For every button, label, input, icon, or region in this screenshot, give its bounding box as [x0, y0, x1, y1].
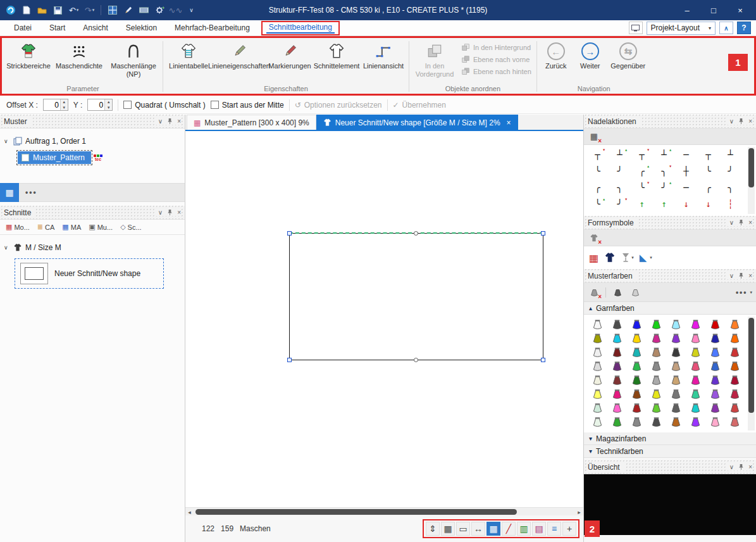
goblet-tool-icon[interactable]: ▾	[621, 253, 634, 263]
yarn-color-swatch[interactable]	[705, 345, 725, 359]
technikfarben-section-header[interactable]: ▾ Technikfarben	[584, 445, 756, 458]
needle-action-icon[interactable]: ↑	[631, 196, 653, 212]
yarn-color-swatch[interactable]	[725, 317, 745, 331]
yarn-color-swatch[interactable]	[588, 415, 607, 429]
close-icon[interactable]: ×	[177, 118, 181, 125]
yarn-color-swatch[interactable]	[666, 387, 686, 401]
help-button[interactable]: ?	[737, 22, 751, 34]
yarn-color-swatch[interactable]	[666, 331, 686, 345]
yarn-color-swatch[interactable]	[607, 387, 627, 401]
yarn-color-swatch[interactable]	[627, 415, 647, 429]
chevron-down-icon[interactable]: ∨	[729, 272, 734, 279]
needle-action-icon[interactable]: ┆	[719, 196, 741, 212]
tab-neuer-schnitt[interactable]: Neuer Schnitt/New shape [Größe M / Size …	[316, 115, 518, 130]
scrollbar-thumb[interactable]	[748, 148, 754, 187]
yarn-color-swatch[interactable]	[666, 415, 686, 429]
needle-action-icon[interactable]: ↑	[653, 196, 675, 212]
yarn-color-swatch[interactable]	[588, 387, 607, 401]
hintergrund-button[interactable]: In den Hintergrund	[461, 43, 531, 52]
schnittelement-button[interactable]: Schnittelement	[314, 41, 359, 72]
yarn-color-swatch[interactable]	[627, 387, 647, 401]
tab-ca[interactable]: ≣CA	[34, 222, 58, 232]
quadrat-checkbox-row[interactable]: Quadrat ( Umschalt )	[123, 101, 205, 110]
open-folder-icon[interactable]	[35, 3, 49, 18]
yarn-color-swatch[interactable]	[588, 373, 607, 387]
needle-action-icon[interactable]: ↓	[675, 196, 697, 212]
yarn-color-swatch[interactable]	[725, 401, 745, 415]
needle-action-icon[interactable]: ╮▾	[653, 163, 675, 179]
yarn-color-swatch[interactable]	[627, 373, 647, 387]
shape-shirt-navy-icon[interactable]	[604, 252, 616, 263]
yarn-color-swatch[interactable]	[666, 317, 686, 331]
yarn-color-swatch[interactable]	[588, 345, 607, 359]
close-icon[interactable]: ×	[748, 272, 752, 279]
new-file-icon[interactable]	[19, 3, 34, 18]
horizontal-scrollbar[interactable]: ◂ ▸	[185, 507, 583, 515]
yarn-color-swatch[interactable]	[666, 401, 686, 415]
handle-top-middle[interactable]	[414, 231, 418, 236]
spinner-down-icon[interactable]: ▼	[61, 105, 68, 111]
yarn-color-swatch[interactable]	[607, 345, 627, 359]
menu-mehrfach-bearbeitung[interactable]: Mehrfach-Bearbeitung	[166, 22, 259, 34]
tab-ma[interactable]: ▦MA	[59, 222, 84, 232]
minimize-button[interactable]: –	[674, 0, 700, 20]
needle-action-icon[interactable]: ┴▴	[653, 146, 675, 163]
yarn-color-swatch[interactable]	[647, 345, 666, 359]
needle-action-icon[interactable]: ╰	[697, 163, 719, 179]
needle-action-icon[interactable]: ╭	[586, 179, 609, 196]
magazinfarben-section-header[interactable]: ▾ Magazinfarben	[584, 432, 756, 445]
close-icon[interactable]: ×	[177, 209, 181, 216]
needle-action-icon[interactable]: ╰▾	[631, 179, 653, 196]
close-icon[interactable]: ×	[748, 219, 752, 226]
start-mitte-checkbox-row[interactable]: Start aus der Mitte	[211, 101, 284, 110]
maschenlaenge-button[interactable]: Maschenlänge (NP)	[107, 41, 160, 79]
optionen-zuruecksetzen-button[interactable]: ↺ Optionen zurücksetzen	[295, 101, 382, 110]
symbol-table-icon[interactable]: ▦	[486, 522, 500, 536]
needle-action-icon[interactable]: ╯	[719, 163, 741, 179]
redo-icon[interactable]: ↷▾	[82, 3, 97, 18]
close-button[interactable]: ×	[727, 0, 753, 20]
spinner-down-icon[interactable]: ▼	[105, 105, 112, 111]
menu-selektion[interactable]: Selektion	[117, 22, 166, 34]
handle-top-left[interactable]	[287, 231, 292, 236]
yarn-color-swatch[interactable]	[725, 387, 745, 401]
yarn-color-swatch[interactable]	[666, 345, 686, 359]
yarn-color-swatch[interactable]	[705, 331, 725, 345]
vertical-scrollbar[interactable]	[748, 317, 755, 431]
needle-action-icon[interactable]: ┼	[675, 163, 697, 179]
save-icon[interactable]	[51, 3, 65, 18]
width-measure-icon[interactable]: ↔	[471, 522, 485, 536]
chevron-down-icon[interactable]: ∨	[729, 463, 734, 470]
handle-bottom-middle[interactable]	[414, 358, 418, 362]
ebene-vorne-button[interactable]: Ebene nach vorne	[461, 55, 531, 64]
yarn-color-swatch[interactable]	[705, 387, 725, 401]
settings-gear-icon[interactable]: +	[152, 3, 167, 18]
menu-ansicht[interactable]: Ansicht	[74, 22, 116, 34]
yarn-color-swatch[interactable]	[588, 359, 607, 373]
needle-action-icon[interactable]: ╭▴	[631, 163, 653, 179]
maschendichte-button[interactable]: Maschendichte	[53, 41, 106, 72]
yarn-color-swatch[interactable]	[686, 359, 705, 373]
offset-x-stepper[interactable]: ▲▼	[43, 99, 68, 111]
yarn-color-swatch[interactable]	[647, 415, 666, 429]
grid-view-button[interactable]: ▦	[0, 183, 19, 202]
yarn-color-swatch[interactable]	[627, 359, 647, 373]
menu-schnittbearbeitung[interactable]: Schnittbearbeitung	[266, 22, 335, 34]
needle-action-icon[interactable]: ─	[675, 146, 697, 163]
offset-x-input[interactable]	[44, 99, 60, 110]
yarn-color-swatch[interactable]	[647, 373, 666, 387]
needle-action-icon[interactable]: ╰	[586, 163, 609, 179]
machine-badge-icon[interactable]	[137, 3, 151, 18]
draw-tool-icon[interactable]	[121, 3, 135, 18]
color-table-icon[interactable]: ▥	[517, 522, 531, 536]
layout-monitor-icon[interactable]	[629, 22, 643, 34]
yarn-color-swatch[interactable]	[686, 317, 705, 331]
pin-icon[interactable]	[738, 463, 744, 470]
yarn-color-swatch[interactable]	[686, 415, 705, 429]
vertical-scrollbar[interactable]	[748, 147, 755, 214]
strickbereiche-button[interactable]: Strickbereiche	[6, 41, 51, 72]
yarn-color-swatch[interactable]	[627, 317, 647, 331]
close-icon[interactable]: ×	[748, 118, 752, 125]
yarn-color-swatch[interactable]	[607, 317, 627, 331]
yarn-color-swatch[interactable]	[686, 331, 705, 345]
